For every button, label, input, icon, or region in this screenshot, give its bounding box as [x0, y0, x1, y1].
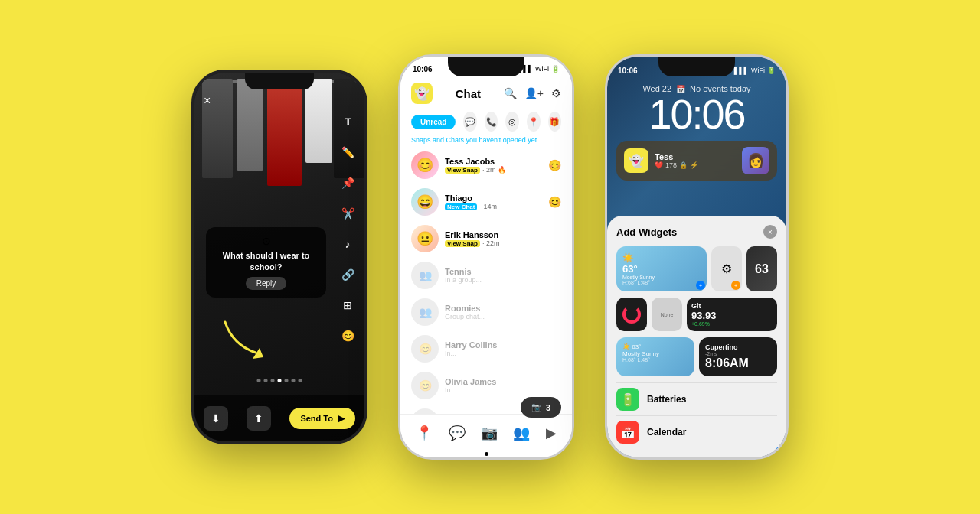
chat-item-tess[interactable]: 😊 Tess Jacobs View Snap · 2m 🔥 😊: [407, 147, 566, 184]
camera-snap-button[interactable]: 📷 3: [521, 397, 561, 418]
notch-2: [448, 57, 524, 76]
snapchat-notification[interactable]: 👻 Tess ❤️ 178 🔒 ⚡ 👩: [616, 141, 777, 181]
chat-sub-thiago: New Chat · 14m: [445, 203, 542, 210]
chat-name-olivia: Olivia James: [445, 377, 561, 386]
download-button[interactable]: ⬇: [204, 406, 228, 431]
reply-button[interactable]: Reply: [246, 277, 287, 290]
view-snap-badge: View Snap: [445, 167, 480, 174]
chat-nav-icon[interactable]: 💬: [449, 425, 466, 441]
chat-sub-roomies: Group chat...: [445, 313, 561, 320]
chat-screen: 10:06 ▌▌▌ WiFi 🔋 👻 Chat 🔍 👤+ ⚙ U: [400, 57, 572, 457]
camera-snap-icon: 📷: [531, 402, 542, 412]
erik-time: · 22m: [482, 239, 500, 247]
dot-1: [257, 379, 261, 382]
calendar-app-icon: 📅: [616, 421, 639, 444]
scissors-tool-icon[interactable]: ✂️: [337, 203, 358, 224]
chat-title: Chat: [456, 87, 481, 100]
weather-widget-2[interactable]: ☀️ 63° Mostly Sunny H:68° L:48° +: [616, 337, 694, 376]
emoji-tool-icon[interactable]: 😊: [337, 325, 358, 346]
lock-wifi-icon: WiFi: [751, 67, 765, 74]
wifi-icon: WiFi: [535, 65, 549, 73]
city-name: Cupertino: [705, 343, 771, 351]
text-tool-icon[interactable]: 𝐓: [337, 111, 358, 132]
avatar-jack: 😊: [411, 408, 439, 414]
send-arrow-icon: ▶: [338, 413, 345, 424]
dot-7: [299, 379, 302, 382]
settings-icon[interactable]: ⚙: [551, 87, 561, 99]
question-icon: ⊙: [215, 235, 317, 247]
grey-widget-label: None: [661, 312, 674, 317]
activity-widget[interactable]: [616, 298, 647, 331]
stock-change: +0.69%: [691, 321, 773, 327]
chat-emoji-thiago: 😊: [548, 196, 561, 208]
link-tool-icon[interactable]: 🔗: [337, 264, 358, 285]
search-icon[interactable]: 🔍: [504, 87, 517, 99]
chat-info-tess: Tess Jacobs View Snap · 2m 🔥: [445, 157, 542, 174]
camera-bottom-bar: ⬇ ⬆ Send To ▶: [194, 395, 364, 441]
widget-small-icon-1: ⚙: [721, 262, 732, 276]
camera-nav-icon[interactable]: 📷: [481, 425, 498, 441]
battery-icon: 🔋: [551, 65, 560, 73]
phone-1-snapchat-camera: × 𝐓 ✏️ 📌 ✂️ ♪ 🔗 ⊞ 😊 ⊙ What should I wear…: [191, 70, 368, 444]
weather-range-1: H:68° L:48°: [622, 280, 701, 285]
pencil-tool-icon[interactable]: ✏️: [337, 142, 358, 163]
avatar-roomies: 👥: [411, 298, 439, 326]
location-filter-icon[interactable]: 📍: [527, 112, 541, 132]
chat-filter-icon[interactable]: 💬: [463, 112, 477, 132]
lock-battery-icon: 🔋: [767, 67, 776, 74]
add-widgets-close-button[interactable]: ×: [763, 225, 777, 239]
map-nav-icon[interactable]: 📍: [416, 425, 433, 441]
music-tool-icon[interactable]: ♪: [337, 233, 358, 255]
add-friend-icon[interactable]: 👤+: [524, 87, 544, 99]
notif-avatar: 👩: [742, 147, 769, 174]
phone-filter-icon[interactable]: 📞: [485, 112, 498, 132]
calendar-app-name: Calendar: [647, 427, 686, 438]
chat-item-tennis[interactable]: 👥 Tennis In a group...: [407, 257, 566, 294]
grey-widget[interactable]: None: [652, 298, 682, 331]
arrow-annotation: [217, 314, 279, 360]
stocks-widget[interactable]: Git 93.93 +0.69% +: [687, 298, 777, 331]
close-button[interactable]: ×: [204, 94, 211, 108]
stories-filter-icon[interactable]: ◎: [505, 112, 519, 132]
send-to-button[interactable]: Send To ▶: [289, 408, 355, 429]
batteries-app-row[interactable]: 🔋 Batteries: [616, 382, 777, 415]
weather-sun-icon-2: ☀️ 63°: [622, 343, 688, 350]
gifts-filter-icon[interactable]: 🎁: [548, 112, 562, 132]
chat-info-roomies: Roomies Group chat...: [445, 304, 561, 320]
unread-filter-button[interactable]: Unread: [411, 115, 456, 129]
chat-item-harry[interactable]: 😊 Harry Collins In...: [407, 330, 566, 367]
notif-count: 178: [665, 161, 677, 169]
clock-city-widget[interactable]: Cupertino -2ms 8:06AM: [699, 337, 777, 376]
dot-6: [292, 379, 296, 382]
thiago-time: · 14m: [479, 203, 497, 210]
chat-sub-tennis: In a group...: [445, 276, 561, 284]
weather-widget-1[interactable]: ☀️ 63° Mostly Sunny H:68° L:48° +: [616, 246, 707, 291]
lock-status-time: 10:06: [618, 67, 638, 75]
add-widgets-header: Add Widgets ×: [616, 225, 777, 239]
chat-item-erik[interactable]: 😐 Erik Hansson View Snap · 22m: [407, 220, 566, 257]
bottom-nav-2: 📍 💬 📷 👥 ▶: [400, 414, 572, 451]
status-icons-2: ▌▌▌ WiFi 🔋: [518, 65, 560, 73]
chat-name-roomies: Roomies: [445, 304, 561, 313]
chat-item-thiago[interactable]: 😄 Thiago New Chat · 14m 😊: [407, 184, 566, 220]
clothing-item-4: [305, 79, 332, 163]
avatar-erik: 😐: [411, 225, 439, 252]
widget-small-1[interactable]: ⚙ +: [711, 246, 742, 291]
dot-2: [264, 379, 268, 382]
chat-item-roomies[interactable]: 👥 Roomies Group chat...: [407, 294, 566, 330]
sticker-tool-icon[interactable]: 📌: [337, 172, 358, 194]
phone-3-ios-lockscreen: 10:06 ▌▌▌ WiFi 🔋 Wed 22 📅 No events toda…: [605, 54, 789, 460]
share-button[interactable]: ⬆: [247, 406, 271, 431]
number-widget-1[interactable]: 63: [746, 246, 777, 291]
city-time: 8:06AM: [705, 356, 771, 370]
crop-tool-icon[interactable]: ⊞: [337, 294, 358, 316]
lock-date-area: Wed 22 📅 No events today 10:06: [607, 80, 786, 135]
batteries-app-name: Batteries: [647, 394, 686, 405]
send-to-label: Send To: [300, 414, 333, 423]
snap-notif-logo: 👻: [624, 148, 648, 173]
stories-nav-icon[interactable]: ▶: [546, 425, 557, 441]
calendar-app-row[interactable]: 📅 Calendar: [616, 415, 777, 448]
stock-ticker: Git: [691, 302, 773, 310]
chat-sub-tess: View Snap · 2m 🔥: [445, 166, 542, 174]
friends-nav-icon[interactable]: 👥: [513, 425, 530, 441]
